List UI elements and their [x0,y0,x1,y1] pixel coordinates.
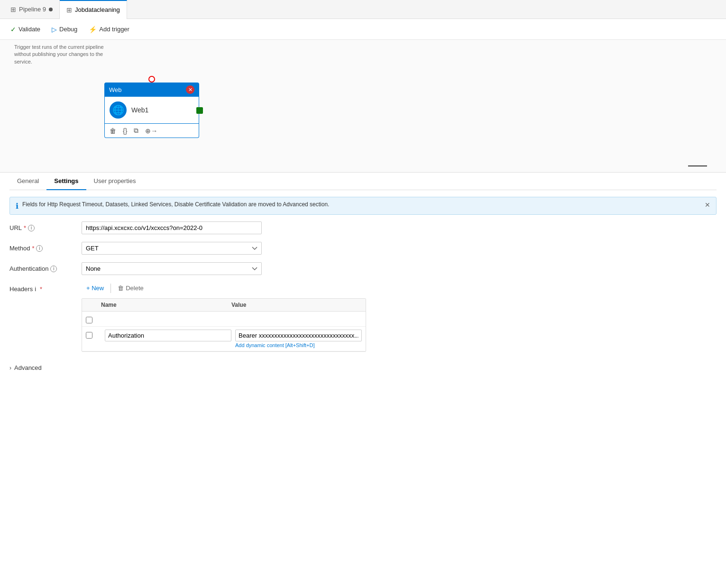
tab-jobdatacleaning-label: Jobdatacleaning [75,6,120,13]
tab-bar: ⊞ Pipeline 9 ⊞ Jobdatacleaning [0,0,726,19]
tab-settings-label: Settings [54,177,78,184]
web-node-close-button[interactable]: ✕ [186,85,194,94]
debug-icon: ▷ [52,26,57,33]
web-node-body: 🌐 Web1 [104,97,199,124]
header-value-col: Add dynamic content [Alt+Shift+D] [235,330,362,348]
debug-button[interactable]: ▷ Debug [47,23,82,36]
web-node-header: Web ✕ [104,83,199,97]
node-connector-right[interactable] [196,107,203,114]
node-connector-top[interactable] [148,76,155,83]
add-trigger-button[interactable]: ⚡ Add trigger [84,23,134,36]
table-row-authorization: Add dynamic content [Alt+Shift+D] [82,327,366,351]
pipeline9-icon: ⊞ [10,6,16,13]
method-required: * [32,245,34,252]
bottom-panel: General Settings User properties ℹ Field… [0,173,726,588]
info-banner-text: Fields for Http Request Timeout, Dataset… [22,201,329,208]
web-node-title: Web [109,86,122,93]
validate-label: Validate [18,26,40,33]
tab-settings[interactable]: Settings [46,173,86,190]
web-node-actions: 🗑 {} ⧉ ⊕→ [104,124,199,138]
tab-general-label: General [17,177,39,184]
url-info-icon[interactable]: i [28,225,35,231]
method-info-icon[interactable]: i [36,245,43,252]
tab-pipeline9-label: Pipeline 9 [19,6,46,13]
headers-label: Headers i * [9,283,76,293]
headers-info-icon[interactable]: i [35,285,36,293]
col-value-header: Value [231,302,362,308]
method-row: Method * i GET POST PUT DELETE PATCH [9,242,717,255]
auth-row: Authentication i None Basic OAuth MSI [9,262,717,275]
delete-action-icon[interactable]: 🗑 [110,127,116,135]
url-required: * [24,224,26,231]
auth-info-icon[interactable]: i [50,266,57,272]
copy-action-icon[interactable]: ⧉ [134,127,138,135]
delete-header-button[interactable]: 🗑 Delete [113,283,148,294]
delete-icon: 🗑 [118,285,124,292]
web-node-name: Web1 [131,106,148,114]
add-trigger-label: Add trigger [99,26,129,33]
method-label: Method * i [9,242,76,252]
header-checkbox-auth[interactable] [86,332,92,339]
info-banner-close[interactable]: ✕ [705,201,710,209]
web-globe-icon: 🌐 [110,101,127,119]
advanced-chevron-icon: › [9,365,11,371]
tab-general[interactable]: General [9,173,46,190]
panel-tabs: General Settings User properties [9,173,717,190]
canvas-tooltip: Trigger test runs of the current pipelin… [14,44,147,65]
info-icon: ℹ [16,202,18,211]
url-row: URL * i [9,221,717,234]
headers-table-header: Name Value [82,299,366,312]
info-banner: ℹ Fields for Http Request Timeout, Datas… [9,197,717,215]
tab-user-properties[interactable]: User properties [86,173,144,190]
tab-user-properties-label: User properties [94,177,136,184]
tooltip-line1: Trigger test runs of the current pipelin… [14,44,104,50]
jobdatacleaning-icon: ⊞ [66,6,72,14]
url-label: URL * i [9,221,76,231]
table-row-empty [82,312,366,327]
validate-button[interactable]: ✓ Validate [6,23,45,36]
auth-label: Authentication i [9,262,76,272]
headers-row: Headers i * + New 🗑 Delete [9,283,717,352]
code-action-icon[interactable]: {} [123,127,127,135]
method-select[interactable]: GET POST PUT DELETE PATCH [82,242,262,255]
tab-jobdatacleaning[interactable]: ⊞ Jobdatacleaning [60,0,127,19]
tooltip-line3: service. [14,59,32,64]
validate-icon: ✓ [10,26,16,33]
col-name-header: Name [101,302,231,308]
header-name-input[interactable] [105,330,231,341]
header-checkbox-empty[interactable] [86,317,92,323]
canvas-area: Trigger test runs of the current pipelin… [0,40,726,173]
trigger-icon: ⚡ [89,26,97,33]
debug-label: Debug [59,26,77,33]
tab-pipeline9-dot [49,8,53,11]
toolbar: ✓ Validate ▷ Debug ⚡ Add trigger [0,19,726,40]
delete-label: Delete [126,285,144,292]
tab-pipeline9[interactable]: ⊞ Pipeline 9 [4,0,60,19]
auth-select[interactable]: None Basic OAuth MSI [82,262,262,275]
timeline-line [688,165,707,166]
url-input[interactable] [82,221,262,234]
advanced-section[interactable]: › Advanced [9,359,717,376]
web-node: Web ✕ 🌐 Web1 🗑 {} ⧉ ⊕→ [104,83,199,138]
headers-required: * [40,285,42,293]
headers-divider [110,284,111,293]
new-header-label: + New [86,285,104,292]
new-header-button[interactable]: + New [82,283,109,294]
tooltip-line2: without publishing your changes to the [14,51,103,57]
dynamic-content-link[interactable]: Add dynamic content [Alt+Shift+D] [235,342,362,348]
panel-scroll: ℹ Fields for Http Request Timeout, Datas… [9,190,717,588]
advanced-label: Advanced [14,364,42,371]
header-value-input[interactable] [235,330,362,341]
headers-content: + New 🗑 Delete Name Value [82,283,717,352]
headers-table: Name Value Add [82,298,366,352]
headers-toolbar: + New 🗑 Delete [82,283,717,294]
arrow-action-icon[interactable]: ⊕→ [145,127,157,135]
